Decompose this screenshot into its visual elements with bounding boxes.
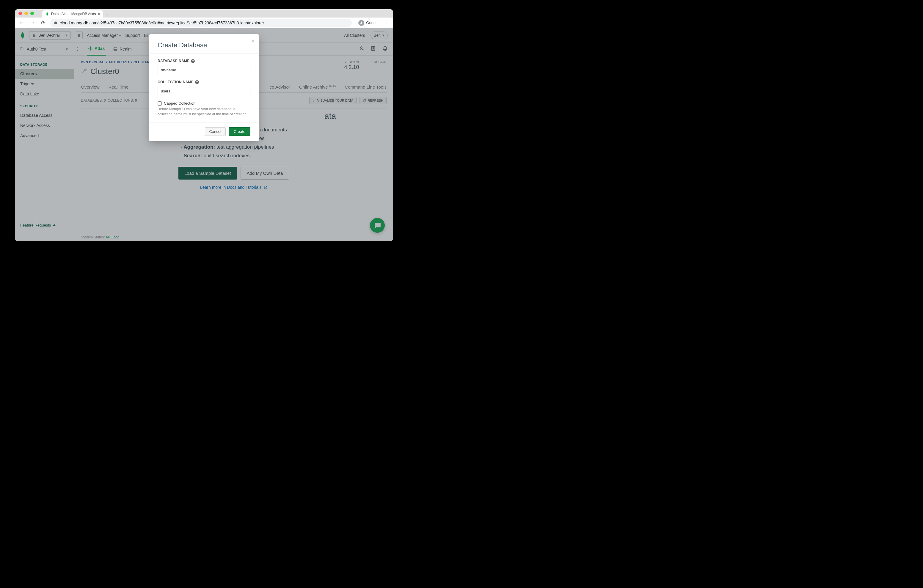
browser-menu-icon[interactable]: ⋮: [383, 18, 391, 27]
browser-window: Data | Atlas: MongoDB Atlas × + ← → ⟳ cl…: [15, 9, 393, 241]
create-button[interactable]: Create: [229, 127, 250, 136]
url-bar[interactable]: cloud.mongodb.com/v2/5f437cc7b89c3755086…: [50, 19, 352, 27]
window-minimize-icon[interactable]: [25, 11, 28, 15]
browser-tab[interactable]: Data | Atlas: MongoDB Atlas ×: [42, 10, 103, 18]
avatar-icon: [358, 20, 364, 26]
app-content: Ben Dechrai ▾ Access Manager ▾ Support B…: [15, 28, 393, 241]
help-icon[interactable]: ?: [195, 80, 199, 84]
modal-close-icon[interactable]: ×: [251, 38, 255, 44]
tab-close-icon[interactable]: ×: [98, 11, 100, 16]
url-bar-row: ← → ⟳ cloud.mongodb.com/v2/5f437cc7b89c3…: [15, 18, 393, 28]
url-text: cloud.mongodb.com/v2/5f437cc7b89c3755086…: [60, 21, 264, 25]
tab-strip: Data | Atlas: MongoDB Atlas × +: [42, 9, 389, 18]
tab-title: Data | Atlas: MongoDB Atlas: [51, 12, 96, 16]
modal-title: Create Database: [158, 41, 250, 49]
new-tab-button[interactable]: +: [105, 11, 109, 18]
profile-chip[interactable]: Guest: [355, 19, 379, 27]
lock-icon: [54, 21, 57, 25]
title-bar: Data | Atlas: MongoDB Atlas × +: [15, 9, 393, 18]
nav-reload-icon[interactable]: ⟳: [40, 18, 47, 27]
collection-name-label: COLLECTION NAME ?: [158, 80, 250, 84]
modal-hint: Before MongoDB can save your new databas…: [158, 107, 250, 117]
collection-name-input[interactable]: [158, 86, 250, 96]
window-close-icon[interactable]: [18, 11, 22, 15]
modal-overlay[interactable]: × Create Database DATABASE NAME ? COLLEC…: [15, 28, 393, 241]
db-name-label: DATABASE NAME ?: [158, 59, 250, 63]
help-icon[interactable]: ?: [191, 59, 195, 63]
db-name-input[interactable]: [158, 65, 250, 75]
capped-checkbox[interactable]: [158, 101, 162, 105]
capped-checkbox-row[interactable]: Capped Collection: [158, 101, 250, 105]
nav-back-icon[interactable]: ←: [17, 18, 25, 27]
mongo-leaf-icon: [45, 12, 49, 16]
nav-forward-icon: →: [28, 18, 36, 27]
create-database-modal: × Create Database DATABASE NAME ? COLLEC…: [149, 34, 259, 141]
window-maximize-icon[interactable]: [30, 11, 34, 15]
cancel-button[interactable]: Cancel: [205, 127, 226, 136]
guest-label: Guest: [366, 21, 376, 25]
